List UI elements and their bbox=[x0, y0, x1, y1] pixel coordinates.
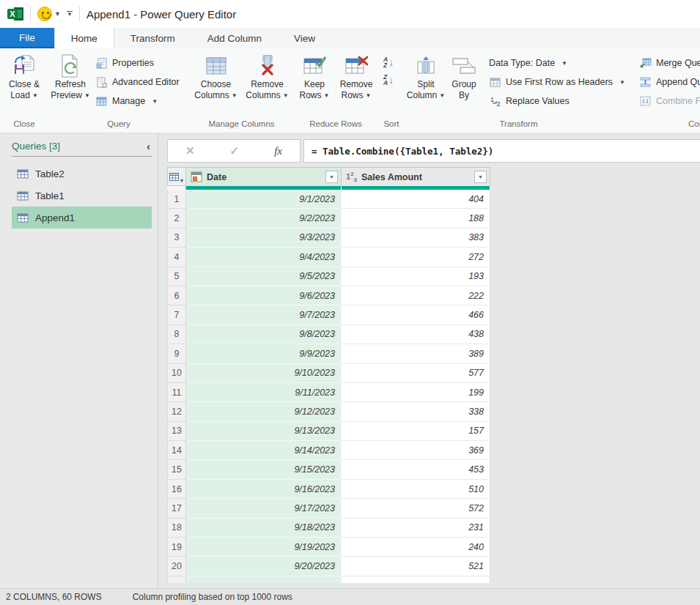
amount-cell[interactable]: 572 bbox=[342, 499, 490, 518]
properties-button[interactable]: Properties bbox=[92, 56, 180, 70]
date-cell[interactable]: 9/10/2023 bbox=[186, 364, 342, 383]
row-number[interactable]: 12 bbox=[167, 402, 186, 421]
combine-files-button[interactable]: Combine Files bbox=[636, 94, 700, 108]
replace-values-button[interactable]: 1 2 Replace Values bbox=[486, 94, 625, 108]
tab-view[interactable]: View bbox=[278, 28, 331, 48]
column-header-sales-amount[interactable]: 123 Sales Amount ▼ bbox=[342, 167, 490, 186]
status-profiling-info[interactable]: Column profiling based on top 1000 rows bbox=[133, 592, 292, 602]
amount-cell[interactable]: 199 bbox=[342, 383, 490, 402]
column-header-date[interactable]: Date ▼ bbox=[186, 167, 342, 186]
row-number[interactable]: 7 bbox=[167, 305, 186, 324]
amount-cell[interactable]: 369 bbox=[342, 441, 490, 460]
date-cell[interactable] bbox=[186, 576, 342, 583]
date-cell[interactable]: 9/7/2023 bbox=[186, 305, 342, 324]
date-cell[interactable]: 9/14/2023 bbox=[186, 441, 342, 460]
row-number[interactable]: 8 bbox=[167, 325, 186, 344]
row-number[interactable]: 2 bbox=[167, 209, 186, 228]
row-number[interactable]: 5 bbox=[167, 267, 186, 286]
remove-rows-button[interactable]: Remove Rows▼ bbox=[336, 51, 377, 101]
amount-cell[interactable]: 453 bbox=[342, 460, 490, 479]
row-number[interactable]: 11 bbox=[167, 383, 186, 402]
amount-cell[interactable]: 510 bbox=[342, 480, 490, 499]
amount-cell[interactable]: 521 bbox=[342, 557, 490, 576]
collapse-pane-icon[interactable]: ‹ bbox=[147, 142, 152, 151]
date-cell[interactable]: 9/3/2023 bbox=[186, 229, 342, 248]
query-item-table2[interactable]: Table2 bbox=[12, 163, 152, 185]
use-first-row-as-headers-button[interactable]: Use First Row as Headers▼ bbox=[486, 75, 625, 89]
amount-cell[interactable]: 240 bbox=[342, 538, 490, 557]
tab-home[interactable]: Home bbox=[54, 28, 114, 48]
query-item-table1[interactable]: Table1 bbox=[12, 185, 152, 207]
sales-amount-filter-button[interactable]: ▼ bbox=[474, 171, 487, 183]
date-cell[interactable]: 9/19/2023 bbox=[186, 538, 342, 557]
date-cell[interactable]: 9/16/2023 bbox=[186, 480, 342, 499]
formula-cancel-icon[interactable]: ✕ bbox=[185, 144, 195, 157]
amount-cell[interactable]: 338 bbox=[342, 402, 490, 421]
advanced-editor-button[interactable]: Advanced Editor bbox=[92, 75, 180, 89]
row-number[interactable]: 13 bbox=[167, 422, 186, 441]
date-cell[interactable]: 9/12/2023 bbox=[186, 402, 342, 421]
row-number[interactable]: 1 bbox=[167, 190, 186, 209]
merge-queries-button[interactable]: Merge Queries bbox=[636, 56, 700, 70]
amount-cell[interactable]: 404 bbox=[342, 190, 490, 209]
data-type-button[interactable]: Data Type: Date▼ bbox=[486, 56, 625, 70]
row-number[interactable]: 10 bbox=[167, 364, 186, 383]
formula-input[interactable]: = Table.Combine({Table1, Table2}) bbox=[303, 139, 700, 163]
keep-rows-button[interactable]: Keep Rows▼ bbox=[295, 51, 334, 101]
row-number[interactable]: 4 bbox=[167, 248, 186, 267]
row-number[interactable]: 15 bbox=[167, 460, 186, 479]
date-cell[interactable]: 9/18/2023 bbox=[186, 519, 342, 538]
amount-cell[interactable]: 157 bbox=[342, 422, 490, 441]
date-cell[interactable]: 9/2/2023 bbox=[186, 209, 342, 228]
date-cell[interactable]: 9/13/2023 bbox=[186, 422, 342, 441]
tab-transform[interactable]: Transform bbox=[114, 28, 191, 48]
close-and-load-button[interactable]: Close & Load▼ bbox=[7, 51, 41, 101]
date-cell[interactable]: 9/20/2023 bbox=[186, 557, 342, 576]
group-by-button[interactable]: Group By bbox=[446, 51, 482, 100]
row-number[interactable]: 3 bbox=[167, 229, 186, 248]
amount-cell[interactable]: 438 bbox=[342, 325, 490, 344]
sort-descending-button[interactable]: ZA↓ bbox=[383, 73, 394, 87]
query-item-append1[interactable]: Append1 bbox=[12, 207, 152, 229]
append-queries-button[interactable]: Append Queries bbox=[636, 75, 700, 89]
smiley-dropdown-caret-icon[interactable]: ▼ bbox=[54, 10, 61, 18]
quick-access-toolbar-customize-icon[interactable]: ▼ bbox=[67, 11, 73, 18]
amount-cell[interactable]: 389 bbox=[342, 344, 490, 363]
amount-cell[interactable]: 272 bbox=[342, 248, 490, 267]
amount-cell[interactable]: 188 bbox=[342, 209, 490, 228]
feedback-smiley-button[interactable]: ▼ bbox=[37, 7, 61, 21]
date-type-icon[interactable] bbox=[191, 171, 202, 183]
row-number[interactable]: 14 bbox=[167, 441, 186, 460]
amount-cell[interactable]: 577 bbox=[342, 364, 490, 383]
amount-cell[interactable]: 231 bbox=[342, 519, 490, 538]
manage-button[interactable]: Manage▼ bbox=[92, 94, 180, 108]
sort-ascending-button[interactable]: AZ↓ bbox=[383, 55, 394, 70]
date-cell[interactable]: 9/11/2023 bbox=[186, 383, 342, 402]
date-filter-button[interactable]: ▼ bbox=[325, 171, 338, 183]
date-cell[interactable]: 9/5/2023 bbox=[186, 267, 342, 286]
date-cell[interactable]: 9/4/2023 bbox=[186, 248, 342, 267]
amount-cell[interactable] bbox=[342, 576, 490, 583]
tab-add-column[interactable]: Add Column bbox=[191, 28, 278, 48]
row-number[interactable]: 18 bbox=[167, 519, 186, 538]
date-cell[interactable]: 9/15/2023 bbox=[186, 460, 342, 479]
choose-columns-button[interactable]: Choose Columns▼ bbox=[191, 51, 241, 101]
row-number[interactable]: 6 bbox=[167, 286, 186, 305]
date-cell[interactable]: 9/6/2023 bbox=[186, 286, 342, 305]
split-column-button[interactable]: Split Column▼ bbox=[405, 51, 446, 101]
formula-commit-icon[interactable]: ✓ bbox=[230, 144, 240, 157]
remove-columns-button[interactable]: Remove Columns▼ bbox=[243, 51, 292, 101]
date-cell[interactable]: 9/8/2023 bbox=[186, 325, 342, 344]
amount-cell[interactable]: 466 bbox=[342, 305, 490, 324]
refresh-preview-button[interactable]: Refresh Preview▼ bbox=[48, 51, 92, 101]
row-number[interactable]: 17 bbox=[167, 499, 186, 518]
whole-number-type-icon[interactable]: 123 bbox=[346, 171, 357, 183]
amount-cell[interactable]: 383 bbox=[342, 229, 490, 248]
amount-cell[interactable]: 222 bbox=[342, 286, 490, 305]
amount-cell[interactable]: 193 bbox=[342, 267, 490, 286]
select-all-button[interactable]: ▼ bbox=[167, 167, 186, 186]
tab-file[interactable]: File bbox=[0, 28, 54, 48]
row-number[interactable]: 16 bbox=[167, 480, 186, 499]
row-number[interactable]: 20 bbox=[167, 557, 186, 576]
date-cell[interactable]: 9/9/2023 bbox=[186, 344, 342, 363]
